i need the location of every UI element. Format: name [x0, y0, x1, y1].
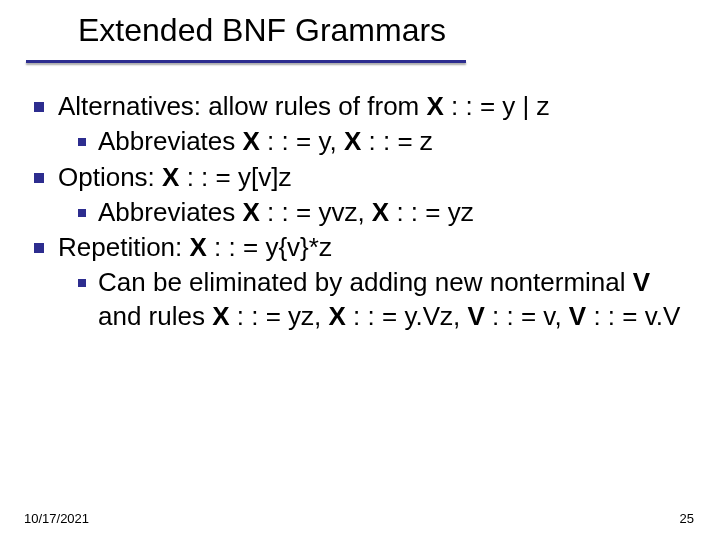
footer-date: 10/17/2021 — [24, 511, 89, 526]
slide: Extended BNF Grammars Alternatives: allo… — [0, 0, 720, 540]
bullet-level-2: Abbreviates X : : = y, X : : = z — [34, 125, 694, 158]
slide-title: Extended BNF Grammars — [78, 12, 446, 49]
square-bullet-icon — [34, 243, 44, 253]
bullet-text: Alternatives: allow rules of from X : : … — [58, 90, 694, 123]
square-bullet-icon — [78, 138, 86, 146]
bullet-level-1: Options: X : : = y[v]z — [34, 161, 694, 194]
square-bullet-icon — [34, 173, 44, 183]
bullet-level-1: Alternatives: allow rules of from X : : … — [34, 90, 694, 123]
bullet-text: Repetition: X : : = y{v}*z — [58, 231, 694, 264]
bullet-level-2: Can be eliminated by adding new nontermi… — [34, 266, 694, 333]
bullet-text: Can be eliminated by adding new nontermi… — [98, 266, 694, 333]
bullet-text: Abbreviates X : : = yvz, X : : = yz — [98, 196, 694, 229]
bullet-level-2: Abbreviates X : : = yvz, X : : = yz — [34, 196, 694, 229]
bullet-text: Options: X : : = y[v]z — [58, 161, 694, 194]
square-bullet-icon — [34, 102, 44, 112]
bullet-level-1: Repetition: X : : = y{v}*z — [34, 231, 694, 264]
bullet-text: Abbreviates X : : = y, X : : = z — [98, 125, 694, 158]
square-bullet-icon — [78, 279, 86, 287]
slide-body: Alternatives: allow rules of from X : : … — [34, 90, 694, 335]
title-underline — [26, 60, 466, 63]
footer-page-number: 25 — [680, 511, 694, 526]
square-bullet-icon — [78, 209, 86, 217]
